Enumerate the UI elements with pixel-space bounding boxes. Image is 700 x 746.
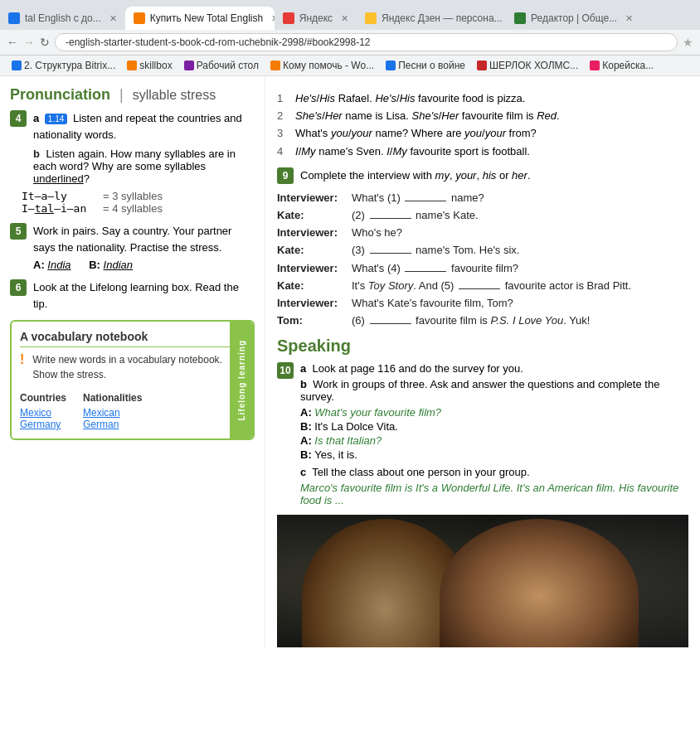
pronunciation-label: Pronunciation — [10, 86, 110, 103]
bookmark-7[interactable]: Корейска... — [585, 58, 659, 73]
syllables-table: It–a–ly = 3 syllables I–tal–i–an = 4 syl… — [22, 190, 255, 215]
syllable-row-1: It–a–ly = 3 syllables — [22, 190, 255, 202]
tab-1-close[interactable]: ✕ — [109, 13, 117, 24]
exercise-6: 6 Look at the Lifelong learning box. Rea… — [10, 279, 255, 312]
tab-4-label: Яндекс Дзен — персона... — [382, 12, 503, 24]
ex10c-text: Tell the class about one person in your … — [312, 466, 529, 478]
exercise-6-number: 6 — [10, 279, 27, 296]
interview-text-2: (2) name's Kate. — [352, 208, 479, 223]
blank-1 — [405, 201, 446, 201]
practice-b-val: Indian — [104, 259, 133, 271]
tab-4-favicon — [365, 12, 377, 24]
tab-4[interactable]: Яндекс Дзен — персона... ✕ — [357, 7, 506, 30]
numbered-item-1: 1 He's/His Rafael. He's/His favourite fo… — [277, 91, 688, 106]
ex10a-row: a Look at page 116 and do the survey for… — [300, 362, 688, 375]
bookmark-2-icon — [127, 61, 137, 70]
syllable-word-2: I–tal–i–an — [22, 202, 96, 215]
syllable-stress-label: syllable stress — [133, 88, 216, 102]
bookmark-5[interactable]: Песни о войне — [381, 58, 470, 73]
tab-5[interactable]: Редактор | Обще... ✕ — [506, 7, 641, 30]
exercise-5-practice: A: India B: Indian — [33, 259, 255, 271]
vocab-nationality-1[interactable]: Mexican — [83, 407, 142, 419]
tab-3-close[interactable]: ✕ — [341, 13, 348, 24]
address-input[interactable]: -english-starter-student-s-book-cd-rom-u… — [55, 33, 678, 51]
bookmark-star[interactable]: ★ — [683, 36, 693, 49]
vocab-col2-header: Nationalities — [83, 392, 142, 404]
blank-5 — [459, 288, 500, 289]
exercise-9-instruction: Complete the interview with my, your, hi… — [300, 167, 531, 184]
reload-button[interactable]: ↻ — [40, 36, 50, 49]
dialogue-b2-label: B: — [300, 448, 314, 461]
forward-button[interactable]: → — [23, 36, 35, 49]
tab-3[interactable]: Яндекс ✕ — [275, 7, 357, 30]
exercise-4-content: a 1.14 Listen and repeat the countries a… — [33, 110, 255, 143]
browser-chrome: tal English с до... ✕ Купить New Total E… — [0, 0, 700, 76]
item-1-num: 1 — [277, 91, 290, 106]
exercise-10-content: a Look at page 116 and do the survey for… — [300, 362, 688, 403]
exercise-9: 9 Complete the interview with my, your, … — [277, 167, 688, 329]
bookmark-6-icon — [477, 61, 487, 70]
bookmark-1-label: 2. Структура Bitrix... — [24, 60, 115, 71]
tab-2-favicon — [134, 12, 145, 24]
bookmark-5-icon — [386, 61, 396, 70]
kate-label-6: Kate: — [277, 279, 352, 293]
bookmark-1[interactable]: 2. Структура Bitrix... — [7, 58, 120, 73]
bookmark-1-icon — [12, 61, 22, 70]
ex4-a-label: a — [33, 112, 39, 124]
bookmark-6[interactable]: ШЕРЛОК ХОЛМС... — [472, 58, 583, 73]
dialogue-row-4: B: Yes, it is. — [300, 448, 688, 461]
tab-5-label: Редактор | Обще... — [531, 12, 617, 24]
dialogue-a1-text: What's your favourite film? — [314, 406, 441, 419]
tab-5-favicon — [514, 12, 526, 24]
vocab-warning-row: ! Write new words in a vocabulary notebo… — [20, 352, 245, 387]
lifelong-label: Lifelong learning — [237, 340, 246, 421]
tab-bar: tal English с до... ✕ Купить New Total E… — [0, 0, 700, 30]
dialogue-row-1: A: What's your favourite film? — [300, 406, 688, 419]
tab-2[interactable]: Купить New Total English ✕ — [125, 7, 275, 30]
interview-text-5: What's (4) favourite film? — [352, 261, 518, 276]
vocab-col-nationalities: Nationalities Mexican German — [83, 392, 142, 430]
item-4-text: I/My name's Sven. I/My favourite sport i… — [295, 144, 530, 159]
exercise-5-header: 5 Work in pairs. Say a country. Your par… — [10, 223, 255, 255]
address-bar-row: ← → ↻ -english-starter-student-s-book-cd… — [0, 30, 700, 56]
right-column: 1 He's/His Rafael. He's/His favourite fo… — [265, 76, 700, 647]
bookmark-3[interactable]: Рабочий стол — [179, 58, 264, 73]
lifelong-banner: Lifelong learning — [230, 322, 253, 438]
vocab-nationality-2[interactable]: German — [83, 419, 142, 430]
vocabulary-box: A vocabulary notebook ! Write new words … — [10, 320, 255, 440]
ex10c-italic: Marco's favourite film is It's a Wonderf… — [300, 482, 678, 506]
speaking-section: Speaking 10 a Look at page 116 and do th… — [277, 337, 688, 506]
tom-label-8: Tom: — [277, 313, 352, 328]
bookmark-4-label: Кому помочь - Wo... — [283, 60, 374, 71]
tab-1[interactable]: tal English с до... ✕ — [0, 7, 125, 30]
vocab-country-2[interactable]: Germany — [20, 419, 66, 430]
vocab-country-1[interactable]: Mexico — [20, 407, 66, 419]
item-3-text: What's you/your name? Where are you/your… — [295, 126, 537, 141]
bookmark-2[interactable]: skillbox — [122, 58, 177, 73]
interview-row-5: Interviewer: What's (4) favourite film? — [277, 261, 688, 276]
dialogue-a2-text: Is that Italian? — [314, 434, 382, 447]
interview-text-6: It's Toy Story. And (5) favourite actor … — [352, 279, 631, 293]
ex10c-label: c — [300, 466, 309, 478]
tab-3-favicon — [283, 12, 294, 24]
dialogue-b1-text: It's La Dolce Vita. — [314, 420, 398, 433]
bookmark-4[interactable]: Кому помочь - Wo... — [265, 58, 379, 73]
tab-1-favicon — [8, 12, 20, 24]
tab-5-close[interactable]: ✕ — [625, 13, 633, 24]
item-4-num: 4 — [277, 144, 290, 159]
interview-text-1: What's (1) name? — [352, 191, 484, 206]
bookmark-3-label: Рабочий стол — [197, 60, 259, 71]
vocab-text: Write new words in a vocabulary notebook… — [32, 352, 245, 382]
interview-row-7: Interviewer: What's Kate's favourite fil… — [277, 296, 688, 311]
back-button[interactable]: ← — [7, 36, 18, 49]
blank-4 — [405, 271, 446, 272]
dialogue-b1-label: B: — [300, 420, 314, 433]
item-2-text: She's/Her name is Lisa. She's/Her favour… — [295, 109, 560, 124]
numbered-item-2: 2 She's/Her name is Lisa. She's/Her favo… — [277, 109, 688, 124]
interview-table: Interviewer: What's (1) name? Kate: (2) … — [277, 191, 688, 329]
bookmark-5-label: Песни о войне — [398, 60, 465, 71]
interview-row-2: Kate: (2) name's Kate. — [277, 208, 688, 223]
syllable-row-2: I–tal–i–an = 4 syllables — [22, 202, 255, 215]
audio-badge-4[interactable]: 1.14 — [45, 114, 67, 124]
interview-text-3: Who's he? — [352, 225, 402, 240]
